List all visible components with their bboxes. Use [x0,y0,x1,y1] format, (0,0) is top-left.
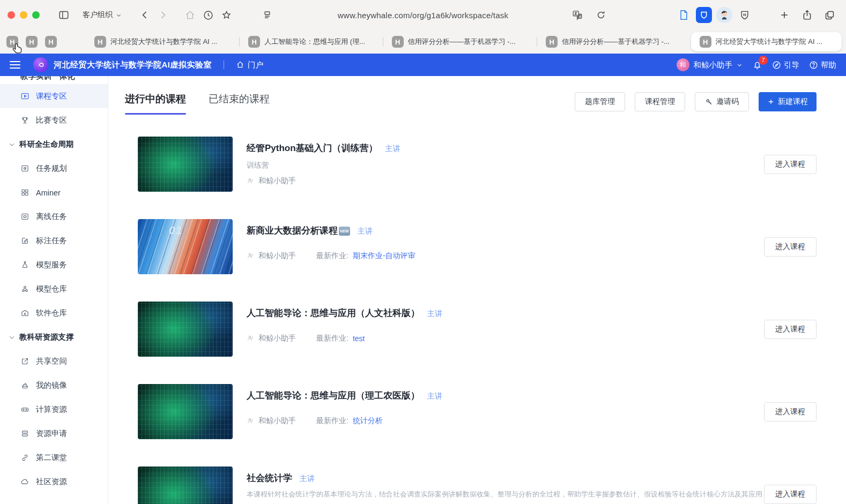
sidebar-section-research-lifecycle[interactable]: 科研全生命周期 [0,132,108,156]
history-icon[interactable] [199,7,217,23]
compass-icon [772,61,781,70]
help-button[interactable]: 帮助 [809,60,836,70]
favicon: H [45,36,57,48]
lead-teacher-link[interactable]: 主讲 [427,392,442,401]
bookmarks-star-icon[interactable] [217,7,235,23]
home-icon[interactable] [181,7,199,23]
enter-course-button[interactable]: 进入课程 [764,485,817,504]
course-thumbnail[interactable] [138,302,233,357]
course-owner: 和鲸小助手 [258,334,296,343]
tab-overview-icon[interactable] [820,7,838,23]
course-management-button[interactable]: 课程管理 [635,92,685,111]
portal-link[interactable]: 门户 [236,60,263,70]
sidebar-item-model-services[interactable]: 模型服务 [0,253,108,277]
course-title[interactable]: 社会统计学 [247,472,292,484]
lead-teacher-link[interactable]: 主讲 [300,474,315,484]
close-window-button[interactable] [8,11,15,19]
sidebar-item-courses[interactable]: 课程专区 [0,84,108,108]
pinned-tab-1[interactable]: H [4,33,20,50]
course-owner: 和鲸小助手 [258,176,296,186]
reload-icon[interactable] [592,7,610,23]
favicon: H [248,36,260,48]
pinned-tab-2[interactable]: H [24,33,40,50]
browser-tab-3[interactable]: H 信用评分分析——基于机器学习 -... [383,32,537,51]
course-title[interactable]: 新商业大数据分析课程NEW [247,224,350,237]
portal-home-icon [236,61,244,69]
course-list: 经管Python基础入门（训练营） 主讲 训练营 和鲸小助手 进入课程 01 新… [109,115,846,504]
pinned-tab-3[interactable]: H [43,33,59,50]
question-bank-button[interactable]: 题库管理 [575,92,625,111]
invite-code-button[interactable]: 邀请码 [695,92,749,111]
enter-course-button[interactable]: 进入课程 [764,155,817,174]
sidebar-item-annotation-tasks[interactable]: 标注任务 [0,229,108,253]
course-row-4: 人工智能导论：思维与应用（理工农医版） 主讲 和鲸小助手 最新作业: 统计分析 … [138,384,846,439]
course-title[interactable]: 人工智能导论：思维与应用（人文社科版） [247,307,420,319]
zoom-window-button[interactable] [32,11,40,19]
enter-course-button[interactable]: 进入课程 [764,402,817,422]
user-menu[interactable]: 和 和鲸小助手 [677,58,743,71]
browser-tab-1[interactable]: H 河北经贸大学统计与数学学院 AI ... [86,32,239,51]
tab-finished-courses[interactable]: 已结束的课程 [209,92,270,115]
translate-icon[interactable] [568,7,587,23]
extension-notes-icon[interactable] [676,7,692,23]
sidebar-item-model-repo[interactable]: 模型仓库 [0,277,108,301]
profile-switcher[interactable]: 客户组织 [83,10,122,20]
extension-bitwarden-icon[interactable] [696,7,712,23]
enter-course-button[interactable]: 进入课程 [764,320,817,339]
sidebar-item-competitions[interactable]: 比赛专区 [0,108,108,132]
new-course-button[interactable]: 新建课程 [759,92,817,111]
offline-task-icon [20,212,29,221]
sidebar-item-software-repo[interactable]: 软件仓库 [0,301,108,325]
sidebar-toggle-icon[interactable] [55,7,73,23]
course-thumbnail[interactable]: 01 [138,219,233,274]
course-title[interactable]: 人工智能导论：思维与应用（理工农医版） [247,389,420,402]
address-bar[interactable]: www.heywhale.com/org/g1a6k/workspace/tas… [338,11,508,20]
course-tabs: 进行中的课程 已结束的课程 [125,92,270,115]
profile-label: 客户组织 [83,10,113,20]
share-icon[interactable] [798,7,816,23]
browser-tab-2[interactable]: H 人工智能导论：思维与应用 (理... [240,32,383,51]
course-thumbnail[interactable] [138,384,233,439]
sidebar-item-second-classroom[interactable]: 第二课堂 [0,446,108,470]
sidebar-item-clipped[interactable]: 教学实训一体化 [0,76,108,84]
assignment-link[interactable]: 统计分析 [353,416,383,426]
browser-tab-4[interactable]: H 信用评分分析——基于机器学习 -... [537,32,691,51]
sidebar-item-offline-tasks[interactable]: 离线任务 [0,205,108,229]
guide-button[interactable]: 引导 [772,60,799,70]
lead-teacher-link[interactable]: 主讲 [427,309,442,319]
lead-teacher-link[interactable]: 主讲 [385,144,400,154]
sidebar-item-compute-resources[interactable]: 计算资源 [0,397,108,422]
sidebar-item-aminer[interactable]: Aminer [0,180,108,205]
sidebar-section-resource-support[interactable]: 教科研资源支撑 [0,325,108,349]
sidebar-item-shared-space[interactable]: 共享空间 [0,349,108,373]
extension-pause-shield-icon[interactable] [737,7,753,23]
assignment-link[interactable]: test [353,334,365,343]
tab-ongoing-courses[interactable]: 进行中的课程 [125,92,186,115]
lead-teacher-link[interactable]: 主讲 [358,227,373,236]
browser-tab-5-active[interactable]: H 河北经贸大学统计与数学学院 AI ... [691,32,842,51]
person-icon [247,252,254,260]
flask-icon [20,260,29,269]
forward-button[interactable] [154,7,172,23]
new-tab-icon[interactable] [775,7,793,23]
sidebar-item-community-resources[interactable]: 社区资源 [0,470,108,494]
assignment-link[interactable]: 期末作业-自动评审 [353,251,415,261]
course-title[interactable]: 经管Python基础入门（训练营） [247,142,378,154]
notifications-bell[interactable]: 7 [752,60,762,70]
enter-course-button[interactable]: 进入课程 [764,237,817,257]
back-button[interactable] [136,7,154,23]
sidebar-item-my-images[interactable]: 我的镜像 [0,373,108,397]
window-controls[interactable] [8,11,40,19]
sidebar-nav: 教学实训一体化 课程专区 比赛专区 科研全生命周期 任务规划 Aminer 离线… [0,76,108,504]
sidebar-item-task-planning[interactable]: 任务规划 [0,156,108,180]
minimize-window-button[interactable] [20,11,27,19]
reader-view-icon[interactable] [258,7,276,23]
menu-hamburger-icon[interactable] [10,61,20,69]
gpu-goggles-icon [20,405,29,414]
course-thumbnail[interactable] [138,137,233,192]
sidebar-item-resource-request[interactable]: 资源申请 [0,422,108,446]
question-icon [809,61,818,70]
annotate-edit-icon [20,236,29,245]
course-thumbnail[interactable] [138,467,233,504]
extension-assistant-avatar[interactable] [716,7,732,23]
